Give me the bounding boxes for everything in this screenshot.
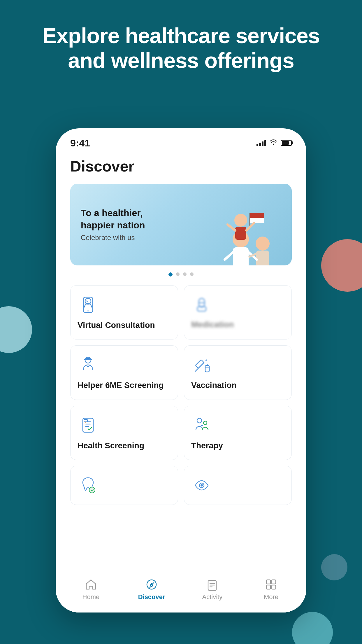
service-label-health-screening: Health Screening [78,440,144,451]
svg-rect-43 [266,585,270,589]
svg-rect-22 [195,360,204,368]
family-illustration [196,190,289,265]
phone-content: Discover To a healthier,happier nation C… [56,152,306,612]
service-card-therapy[interactable]: Therapy [184,406,292,460]
helper-icon [78,354,99,375]
service-card-vaccination[interactable]: Vaccination [184,345,292,400]
svg-point-34 [201,484,203,487]
service-card-health-screening[interactable]: Health Screening [70,406,178,460]
service-card-helper-screening[interactable]: Helper 6ME Screening [70,345,178,400]
vaccination-icon [191,354,212,375]
svg-point-31 [203,421,207,425]
svg-rect-6 [235,227,246,240]
dot-4[interactable] [190,272,194,276]
svg-line-24 [195,370,196,371]
bg-decoration-lightblue [0,306,32,353]
banner-pagination [70,272,292,276]
banner-title: To a healthier,happier nation [81,207,145,231]
service-label-medication: Medication [191,320,234,329]
service-label-helper-screening: Helper 6ME Screening [78,380,164,391]
svg-rect-44 [272,585,276,589]
service-card-eye[interactable] [184,466,292,505]
phone-doctor-icon [78,294,99,315]
page-title: Discover [70,158,292,175]
nav-more-label: More [264,593,278,601]
service-label-virtual-consultation: Virtual Consultation [78,320,155,330]
service-label-vaccination: Vaccination [191,380,237,391]
nav-home[interactable]: Home [79,578,103,601]
service-card-medication[interactable]: Medication [184,285,292,340]
status-bar: 9:41 [56,128,306,152]
more-icon [265,578,277,591]
nav-more[interactable]: More [259,578,283,601]
dot-3[interactable] [183,272,187,276]
svg-rect-8 [249,218,264,223]
signal-icon [256,140,266,146]
discover-icon [145,578,158,591]
hero-banner[interactable]: To a healthier,happier nation Celebrate … [70,184,292,265]
health-screening-icon [78,415,99,436]
bg-decoration-teal [292,612,333,644]
nav-activity-label: Activity [202,593,222,601]
svg-point-5 [234,214,247,227]
therapy-icon [191,415,212,436]
status-time: 9:41 [70,137,90,149]
svg-rect-29 [84,419,87,422]
nav-home-label: Home [82,593,100,601]
bg-decoration-red [321,239,362,292]
bg-decoration-gray [321,554,347,580]
service-grid: Virtual Consultation Medication [70,285,292,505]
svg-rect-2 [233,247,249,265]
service-card-virtual-consultation[interactable]: Virtual Consultation [70,285,178,340]
service-label-therapy: Therapy [191,440,223,451]
header-title: Explore healthcare services and wellness… [29,23,333,73]
status-icons [256,139,292,147]
svg-point-36 [151,584,152,585]
battery-icon [281,140,292,146]
nav-discover[interactable]: Discover [138,578,165,601]
nav-activity[interactable]: Activity [201,578,224,601]
svg-point-30 [197,418,202,423]
svg-rect-25 [205,365,209,372]
banner-image [193,184,292,265]
svg-point-3 [256,237,270,251]
svg-point-17 [87,310,89,312]
banner-text: To a healthier,happier nation Celebrate … [81,207,145,242]
svg-rect-41 [266,580,270,584]
dot-2[interactable] [176,272,180,276]
service-card-dental[interactable] [70,466,178,505]
phone-frame: 9:41 Discover To a healthier,happier n [56,128,306,612]
banner-subtitle: Celebrate with us [81,234,145,242]
home-icon [85,578,97,591]
activity-icon [206,578,219,591]
bottom-navigation: Home Discover Activity [56,572,306,612]
dental-icon [78,475,99,496]
nav-discover-label: Discover [138,593,165,601]
eye-icon [191,475,212,496]
svg-rect-42 [272,580,276,584]
header-section: Explore healthcare services and wellness… [0,23,362,73]
wifi-icon [270,139,277,147]
medication-icon [191,294,212,315]
svg-rect-15 [83,297,93,312]
svg-rect-4 [256,251,269,265]
dot-1[interactable] [168,272,173,276]
svg-point-32 [89,487,95,493]
svg-line-23 [206,360,207,361]
